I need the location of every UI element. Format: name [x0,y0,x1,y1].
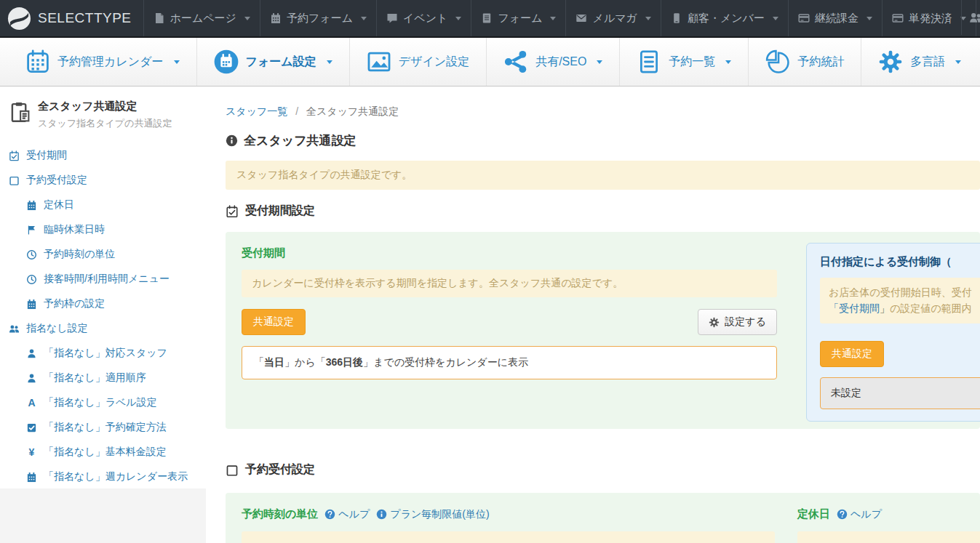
breadcrumb-current: 全スタッフ共通設定 [306,105,399,117]
nav-label: イベント [403,12,447,25]
date-control-value: 未設定 [820,377,980,409]
sidebar-item-label: 「指名なし」週カレンダー表示 [44,470,188,483]
sidebar: 全スタッフ共通設定 スタッフ指名タイプの共通設定 受付期間 予約受付設定 定休日… [0,87,206,543]
check-square-icon [26,422,37,433]
button-row: 共通設定 設定する [242,309,777,335]
note-line-2: 「受付期間「」」の設定値の範囲内 [829,300,980,316]
sidebar-item-no-designation-staff[interactable]: 「指名なし」対応スタッフ [0,341,206,366]
sidebar-item-label: 指名なし設定 [26,322,88,335]
help-link[interactable]: ヘルプ [837,508,882,521]
nav-label: 予約フォーム [287,12,353,25]
calendar-grid-icon [25,49,50,74]
toolbar-item-multilingual[interactable]: 多言語 [861,38,978,86]
sidebar-menu: 受付期間 予約受付設定 定休日 臨時休業日時 予約時刻の単位 接客時間/利用時間… [0,139,206,489]
sidebar-title: 全スタッフ共通設定 [38,100,172,113]
common-settings-badge[interactable]: 共通設定 [242,309,306,335]
help-link[interactable]: ヘルプ [324,508,370,521]
toolbar-item-share-seo[interactable]: 共有/SEO [487,38,620,86]
sidebar-item-service-time-menu[interactable]: 接客時間/利用時間メニュー [0,267,206,291]
plan-limit-label: プラン毎制限値(単位) [390,508,489,521]
toolbar-item-booking-stats[interactable]: 予約統計 [749,38,861,86]
chevron-down-icon [773,17,778,20]
note-partial [242,531,775,543]
calendar-icon [26,472,37,483]
sidebar-item-no-designation-label[interactable]: A 「指名なし」ラベル設定 [0,390,206,415]
credit-card-icon [892,12,904,24]
toolbar-item-booking-list[interactable]: 予約一覧 [620,38,749,86]
value-end-day: 366日後 [326,356,363,368]
common-settings-badge[interactable]: 共通設定 [820,341,884,367]
sidebar-item-no-designation-settings[interactable]: 指名なし設定 [0,316,206,341]
calendar-icon [26,200,37,211]
flag-icon [26,225,37,236]
info-icon [376,509,387,520]
clock-icon [26,249,37,260]
chevron-down-icon [361,17,367,20]
document-lines-icon [481,12,493,24]
configure-button[interactable]: 設定する [698,309,777,335]
question-icon [837,509,848,520]
sidebar-item-label: 予約枠の設定 [44,297,105,310]
calendar-check-icon [9,150,20,161]
toolbar-label: 予約一覧 [669,55,715,70]
user-icon [26,348,37,359]
value-text: 「 [254,356,264,368]
nav-item-mailmag[interactable]: メルマガ [565,0,660,36]
sidebar-item-reception-period[interactable]: 受付期間 [0,143,206,168]
toolbar-item-design-settings[interactable]: デザイン設定 [350,38,487,86]
brand[interactable]: SELECTTYPE [0,0,143,36]
note-line-1: お店全体の受付開始日時、受付 [829,284,980,300]
breadcrumb-staff-list-link[interactable]: スタッフ一覧 [226,105,287,117]
chevron-down-icon [645,17,651,20]
note-text: 」の設定値の範囲内 [880,302,972,314]
toolbar-label: 多言語 [910,55,945,70]
plan-limit-link[interactable]: プラン毎制限値(単位) [376,508,489,521]
booking-settings-panel: 予約時刻の単位 ヘルプ プラン毎制限値(単位) 定休日 ヘルプ [226,493,980,543]
sidebar-item-label: 予約受付設定 [26,174,87,187]
chevron-down-icon [955,60,961,64]
time-unit-label-row: 予約時刻の単位 ヘルプ プラン毎制限値(単位) [242,507,775,521]
chevron-down-icon [867,17,872,20]
nav-label: 顧客・メンバー [688,12,765,25]
image-icon [367,49,391,74]
sidebar-item-booking-settings[interactable]: 予約受付設定 [0,168,206,193]
value-start-day: 当日 [264,356,284,368]
sidebar-item-no-designation-week-calendar[interactable]: 「指名なし」週カレンダー表示 [0,464,206,489]
nav-label: フォーム [498,12,542,25]
nav-item-form[interactable]: フォーム [471,0,565,36]
sidebar-item-regular-holiday[interactable]: 定休日 [0,193,206,217]
sidebar-item-no-designation-confirm[interactable]: 「指名なし」予約確定方法 [0,415,206,440]
value-text: 」までの受付枠をカレンダーに表示 [363,356,528,368]
info-icon [226,134,238,147]
nav-item-subscription[interactable]: 継続課金 [788,0,882,36]
toolbar-item-form-settings[interactable]: フォーム設定 [197,38,350,86]
letter-a-icon: A [26,397,37,409]
sidebar-item-slot-settings[interactable]: 予約枠の設定 [0,291,206,316]
main-content: スタッフ一覧 / 全スタッフ共通設定 全スタッフ共通設定 スタッフ指名タイプの共… [206,87,980,543]
nav-item-customer-member[interactable]: 顧客・メンバー [661,0,788,36]
nav-item-homepage[interactable]: ホームページ [143,0,260,36]
nav-item-members-partial[interactable] [961,0,980,35]
sidebar-item-temporary-closure[interactable]: 臨時休業日時 [0,217,206,242]
chevron-down-icon [455,17,461,20]
sidebar-item-label: 「指名なし」適用順序 [44,371,146,385]
sidebar-item-no-designation-price[interactable]: ¥ 「指名なし」基本料金設定 [0,440,206,464]
sidebar-item-time-unit[interactable]: 予約時刻の単位 [0,242,206,267]
note-text: 「 [829,302,839,314]
panel-note: カレンダーに受付枠を表示する期間を指定します。全スタッフ共通の設定です。 [242,270,777,297]
nav-item-booking-form[interactable]: 予約フォーム [260,0,376,36]
chevron-down-icon [597,60,602,64]
gear-icon [709,317,720,328]
selecttype-logo-icon [7,7,31,31]
sidebar-item-no-designation-order[interactable]: 「指名なし」適用順序 [0,366,206,390]
sidebar-item-label: 受付期間 [26,149,67,162]
nav-item-event[interactable]: イベント [376,0,471,36]
panel-label: 定休日 [797,507,830,521]
reception-period-link[interactable]: 受付期間 [839,302,880,314]
toolbar-item-booking-calendar[interactable]: 予約管理カレンダー [9,38,197,86]
chevron-down-icon [327,60,332,64]
reception-period-column: 受付期間 カレンダーに受付枠を表示する期間を指定します。全スタッフ共通の設定です… [242,246,777,379]
sidebar-item-label: 「指名なし」対応スタッフ [44,347,167,360]
sidebar-subtitle: スタッフ指名タイプの共通設定 [38,117,172,130]
chevron-down-icon [244,17,250,20]
